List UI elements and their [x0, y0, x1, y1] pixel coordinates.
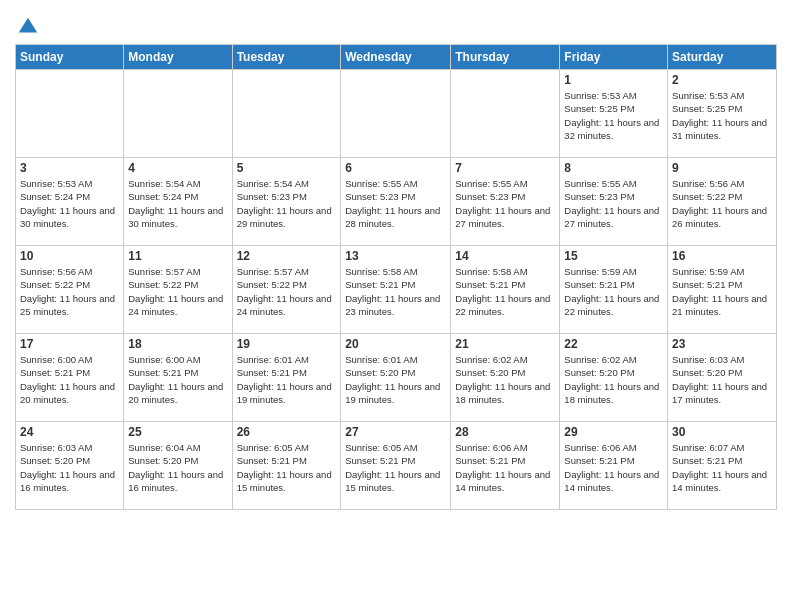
day-info: Sunrise: 5:55 AM Sunset: 5:23 PM Dayligh…: [345, 177, 446, 230]
day-number: 29: [564, 425, 663, 439]
day-cell: 17Sunrise: 6:00 AM Sunset: 5:21 PM Dayli…: [16, 334, 124, 422]
day-info: Sunrise: 5:54 AM Sunset: 5:23 PM Dayligh…: [237, 177, 337, 230]
day-info: Sunrise: 6:00 AM Sunset: 5:21 PM Dayligh…: [128, 353, 227, 406]
day-info: Sunrise: 6:05 AM Sunset: 5:21 PM Dayligh…: [237, 441, 337, 494]
header-row: SundayMondayTuesdayWednesdayThursdayFrid…: [16, 45, 777, 70]
day-number: 23: [672, 337, 772, 351]
day-number: 14: [455, 249, 555, 263]
day-cell: 11Sunrise: 5:57 AM Sunset: 5:22 PM Dayli…: [124, 246, 232, 334]
col-header-thursday: Thursday: [451, 45, 560, 70]
day-cell: 18Sunrise: 6:00 AM Sunset: 5:21 PM Dayli…: [124, 334, 232, 422]
day-info: Sunrise: 6:06 AM Sunset: 5:21 PM Dayligh…: [564, 441, 663, 494]
day-info: Sunrise: 6:00 AM Sunset: 5:21 PM Dayligh…: [20, 353, 119, 406]
day-cell: 16Sunrise: 5:59 AM Sunset: 5:21 PM Dayli…: [668, 246, 777, 334]
day-number: 5: [237, 161, 337, 175]
day-number: 9: [672, 161, 772, 175]
day-cell: 13Sunrise: 5:58 AM Sunset: 5:21 PM Dayli…: [341, 246, 451, 334]
day-number: 2: [672, 73, 772, 87]
day-cell: 3Sunrise: 5:53 AM Sunset: 5:24 PM Daylig…: [16, 158, 124, 246]
day-cell: 23Sunrise: 6:03 AM Sunset: 5:20 PM Dayli…: [668, 334, 777, 422]
day-cell: 29Sunrise: 6:06 AM Sunset: 5:21 PM Dayli…: [560, 422, 668, 510]
day-info: Sunrise: 5:56 AM Sunset: 5:22 PM Dayligh…: [20, 265, 119, 318]
week-row-2: 3Sunrise: 5:53 AM Sunset: 5:24 PM Daylig…: [16, 158, 777, 246]
svg-marker-0: [19, 18, 37, 33]
day-cell: 21Sunrise: 6:02 AM Sunset: 5:20 PM Dayli…: [451, 334, 560, 422]
day-cell: 19Sunrise: 6:01 AM Sunset: 5:21 PM Dayli…: [232, 334, 341, 422]
day-cell: 24Sunrise: 6:03 AM Sunset: 5:20 PM Dayli…: [16, 422, 124, 510]
day-number: 27: [345, 425, 446, 439]
day-cell: 26Sunrise: 6:05 AM Sunset: 5:21 PM Dayli…: [232, 422, 341, 510]
day-info: Sunrise: 6:01 AM Sunset: 5:21 PM Dayligh…: [237, 353, 337, 406]
day-info: Sunrise: 5:58 AM Sunset: 5:21 PM Dayligh…: [345, 265, 446, 318]
day-cell: 5Sunrise: 5:54 AM Sunset: 5:23 PM Daylig…: [232, 158, 341, 246]
day-number: 22: [564, 337, 663, 351]
day-number: 8: [564, 161, 663, 175]
day-info: Sunrise: 5:56 AM Sunset: 5:22 PM Dayligh…: [672, 177, 772, 230]
page: SundayMondayTuesdayWednesdayThursdayFrid…: [0, 0, 792, 612]
header: [15, 10, 777, 38]
calendar: SundayMondayTuesdayWednesdayThursdayFrid…: [15, 44, 777, 510]
day-info: Sunrise: 6:04 AM Sunset: 5:20 PM Dayligh…: [128, 441, 227, 494]
day-info: Sunrise: 5:53 AM Sunset: 5:25 PM Dayligh…: [672, 89, 772, 142]
day-number: 7: [455, 161, 555, 175]
col-header-wednesday: Wednesday: [341, 45, 451, 70]
day-number: 11: [128, 249, 227, 263]
day-cell: 1Sunrise: 5:53 AM Sunset: 5:25 PM Daylig…: [560, 70, 668, 158]
day-cell: 9Sunrise: 5:56 AM Sunset: 5:22 PM Daylig…: [668, 158, 777, 246]
day-cell: 28Sunrise: 6:06 AM Sunset: 5:21 PM Dayli…: [451, 422, 560, 510]
day-cell: [232, 70, 341, 158]
day-info: Sunrise: 6:03 AM Sunset: 5:20 PM Dayligh…: [672, 353, 772, 406]
day-info: Sunrise: 5:58 AM Sunset: 5:21 PM Dayligh…: [455, 265, 555, 318]
logo-icon: [17, 16, 39, 38]
day-number: 24: [20, 425, 119, 439]
day-number: 6: [345, 161, 446, 175]
day-info: Sunrise: 5:59 AM Sunset: 5:21 PM Dayligh…: [672, 265, 772, 318]
day-number: 19: [237, 337, 337, 351]
day-cell: 12Sunrise: 5:57 AM Sunset: 5:22 PM Dayli…: [232, 246, 341, 334]
day-info: Sunrise: 5:54 AM Sunset: 5:24 PM Dayligh…: [128, 177, 227, 230]
day-cell: 27Sunrise: 6:05 AM Sunset: 5:21 PM Dayli…: [341, 422, 451, 510]
week-row-5: 24Sunrise: 6:03 AM Sunset: 5:20 PM Dayli…: [16, 422, 777, 510]
day-info: Sunrise: 6:01 AM Sunset: 5:20 PM Dayligh…: [345, 353, 446, 406]
day-number: 3: [20, 161, 119, 175]
day-info: Sunrise: 5:53 AM Sunset: 5:24 PM Dayligh…: [20, 177, 119, 230]
day-cell: 14Sunrise: 5:58 AM Sunset: 5:21 PM Dayli…: [451, 246, 560, 334]
day-info: Sunrise: 5:55 AM Sunset: 5:23 PM Dayligh…: [455, 177, 555, 230]
day-cell: 25Sunrise: 6:04 AM Sunset: 5:20 PM Dayli…: [124, 422, 232, 510]
day-cell: [341, 70, 451, 158]
day-info: Sunrise: 5:57 AM Sunset: 5:22 PM Dayligh…: [128, 265, 227, 318]
day-info: Sunrise: 5:53 AM Sunset: 5:25 PM Dayligh…: [564, 89, 663, 142]
day-number: 28: [455, 425, 555, 439]
col-header-tuesday: Tuesday: [232, 45, 341, 70]
day-info: Sunrise: 6:05 AM Sunset: 5:21 PM Dayligh…: [345, 441, 446, 494]
day-number: 10: [20, 249, 119, 263]
day-number: 26: [237, 425, 337, 439]
day-cell: 2Sunrise: 5:53 AM Sunset: 5:25 PM Daylig…: [668, 70, 777, 158]
logo: [15, 16, 39, 38]
week-row-4: 17Sunrise: 6:00 AM Sunset: 5:21 PM Dayli…: [16, 334, 777, 422]
col-header-saturday: Saturday: [668, 45, 777, 70]
day-cell: [451, 70, 560, 158]
day-number: 30: [672, 425, 772, 439]
day-number: 15: [564, 249, 663, 263]
day-cell: 7Sunrise: 5:55 AM Sunset: 5:23 PM Daylig…: [451, 158, 560, 246]
day-number: 25: [128, 425, 227, 439]
day-cell: 20Sunrise: 6:01 AM Sunset: 5:20 PM Dayli…: [341, 334, 451, 422]
day-info: Sunrise: 6:02 AM Sunset: 5:20 PM Dayligh…: [564, 353, 663, 406]
day-cell: 4Sunrise: 5:54 AM Sunset: 5:24 PM Daylig…: [124, 158, 232, 246]
logo-text: [15, 16, 39, 38]
day-cell: 8Sunrise: 5:55 AM Sunset: 5:23 PM Daylig…: [560, 158, 668, 246]
week-row-1: 1Sunrise: 5:53 AM Sunset: 5:25 PM Daylig…: [16, 70, 777, 158]
day-info: Sunrise: 5:59 AM Sunset: 5:21 PM Dayligh…: [564, 265, 663, 318]
day-cell: [124, 70, 232, 158]
day-info: Sunrise: 5:57 AM Sunset: 5:22 PM Dayligh…: [237, 265, 337, 318]
col-header-sunday: Sunday: [16, 45, 124, 70]
day-info: Sunrise: 6:07 AM Sunset: 5:21 PM Dayligh…: [672, 441, 772, 494]
day-number: 13: [345, 249, 446, 263]
day-number: 4: [128, 161, 227, 175]
col-header-friday: Friday: [560, 45, 668, 70]
day-info: Sunrise: 5:55 AM Sunset: 5:23 PM Dayligh…: [564, 177, 663, 230]
day-number: 18: [128, 337, 227, 351]
day-cell: 6Sunrise: 5:55 AM Sunset: 5:23 PM Daylig…: [341, 158, 451, 246]
day-cell: 30Sunrise: 6:07 AM Sunset: 5:21 PM Dayli…: [668, 422, 777, 510]
